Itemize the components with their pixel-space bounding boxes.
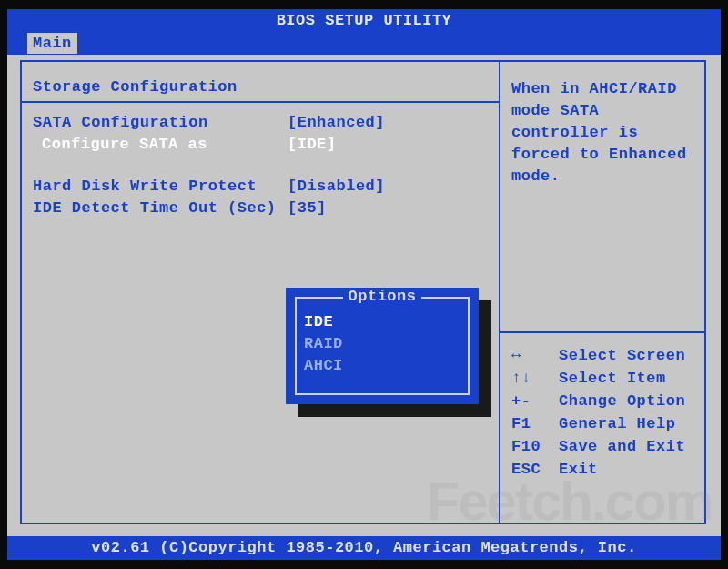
options-popup[interactable]: Options IDE RAID AHCI <box>286 288 479 404</box>
key-glyph: ↑↓ <box>511 367 559 390</box>
setting-value: [Enhanced] <box>288 112 484 134</box>
help-text: When in AHCI/RAID mode SATA controller i… <box>511 78 699 188</box>
bios-screen: BIOS SETUP UTILITY Main Storage Configur… <box>7 9 721 560</box>
key-desc: Change Option <box>559 390 685 412</box>
footer-text: v02.61 (C)Copyright 1985-2010, American … <box>91 539 636 556</box>
setting-configure-sata-as[interactable]: Configure SATA as [IDE] <box>33 134 484 156</box>
content-frame: Storage Configuration SATA Configuration… <box>20 60 706 524</box>
setting-hd-write-protect[interactable]: Hard Disk Write Protect [Disabled] <box>33 176 484 198</box>
app-title: BIOS SETUP UTILITY <box>277 12 452 29</box>
setting-value: [Disabled] <box>288 176 484 198</box>
title-bar: BIOS SETUP UTILITY <box>7 9 721 33</box>
key-desc: Select Item <box>559 367 666 390</box>
popup-border <box>468 297 470 395</box>
key-help-row: ↑↓Select Item <box>511 367 685 390</box>
key-desc: Exit <box>559 458 598 481</box>
help-pane: When in AHCI/RAID mode SATA controller i… <box>500 62 706 523</box>
setting-label: IDE Detect Time Out (Sec) <box>33 198 288 219</box>
key-desc: Select Screen <box>559 344 685 367</box>
key-desc: General Help <box>559 412 675 435</box>
key-glyph: +- <box>511 390 559 412</box>
setting-value: [35] <box>288 198 484 219</box>
popup-border <box>295 297 297 395</box>
setting-sata-configuration[interactable]: SATA Configuration [Enhanced] <box>33 112 484 134</box>
key-glyph: ESC <box>511 458 559 481</box>
key-help-row: F1General Help <box>511 412 685 435</box>
key-glyph: ↔ <box>511 344 559 367</box>
tab-main[interactable]: Main <box>27 33 77 54</box>
section-title: Storage Configuration <box>33 78 484 96</box>
setting-ide-detect-timeout[interactable]: IDE Detect Time Out (Sec) [35] <box>33 198 484 219</box>
key-help-row: ↔Select Screen <box>511 344 685 367</box>
key-help-row: F10Save and Exit <box>511 435 685 458</box>
popup-option-raid[interactable]: RAID <box>304 333 343 355</box>
setting-value: [IDE] <box>288 134 484 156</box>
help-divider <box>500 331 706 333</box>
key-help-row: ESCExit <box>511 458 685 481</box>
key-desc: Save and Exit <box>559 435 685 458</box>
setting-label: Configure SATA as <box>33 134 288 156</box>
key-glyph: F1 <box>511 412 559 435</box>
key-glyph: F10 <box>511 435 559 458</box>
footer-bar: v02.61 (C)Copyright 1985-2010, American … <box>7 536 721 560</box>
popup-items: IDE RAID AHCI <box>304 311 343 377</box>
popup-title: Options <box>286 288 479 305</box>
popup-border <box>295 393 470 395</box>
setting-label: SATA Configuration <box>33 112 288 134</box>
popup-option-ahci[interactable]: AHCI <box>304 355 343 377</box>
key-help-list: ↔Select Screen ↑↓Select Item +-Change Op… <box>511 344 685 481</box>
popup-option-ide[interactable]: IDE <box>304 311 343 333</box>
key-help-row: +-Change Option <box>511 390 685 412</box>
menu-bar[interactable]: Main <box>7 33 721 55</box>
setting-label: Hard Disk Write Protect <box>33 176 288 198</box>
section-divider <box>22 101 499 103</box>
